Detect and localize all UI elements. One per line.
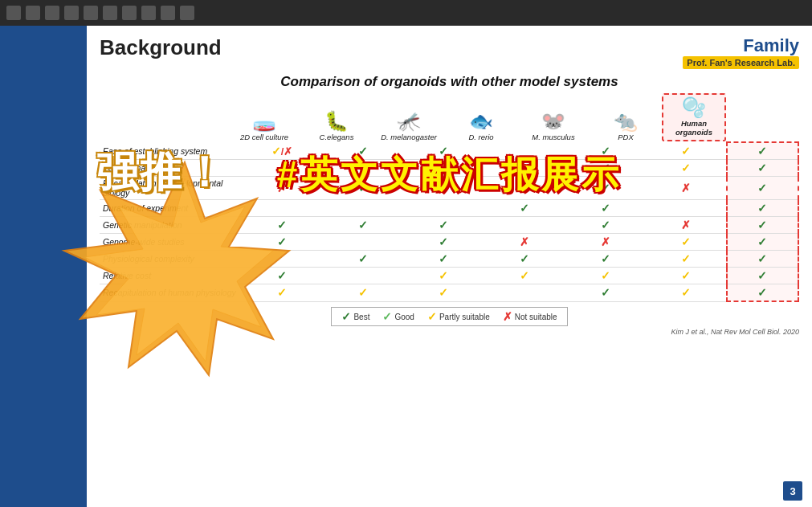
cell-5-6: ✗ xyxy=(646,217,727,234)
table-wrapper: 🧫 2D cell culture 🐛 C.elegans 🦟 D. melan… xyxy=(100,93,799,336)
animal-pdx-cell: 🐀 PDX xyxy=(590,112,662,141)
legend: ✓ Best ✓ Good ✓ Partly suitable ✗ Not su… xyxy=(331,307,567,326)
toolbar-icon-10 xyxy=(180,6,194,20)
legend-not-icon: ✗ xyxy=(503,310,512,323)
mmus-icon: 🐭 xyxy=(541,112,565,131)
toolbar-icon-6 xyxy=(103,6,117,20)
overlay-banner-text: #英文文献汇报展示 xyxy=(87,150,812,200)
cell-7-5: ✓ xyxy=(565,251,646,268)
cell-6-7: ✓ xyxy=(727,234,798,251)
cell-6-5: ✗ xyxy=(565,234,646,251)
slide-title: Background xyxy=(100,35,222,60)
cell-6-1: ✓ xyxy=(242,234,323,251)
table-row: Genome-wide studies ✓ ✓ ✗ ✗ ✓ ✓ xyxy=(100,234,798,251)
cell-5-4 xyxy=(484,217,565,234)
slide-container: Background Family Prof. Fan's Research L… xyxy=(0,26,812,507)
cell-4-4: ✓ xyxy=(484,200,565,217)
drerio-label: D. rerio xyxy=(468,133,493,141)
legend-best-label: Best xyxy=(353,313,369,321)
cell-8-2 xyxy=(322,268,403,284)
logo-lab: Prof. Fan's Research Lab. xyxy=(683,56,799,69)
toolbar-icon-3 xyxy=(45,6,59,20)
row-label-6: Genome-wide studies xyxy=(100,234,242,251)
cell-5-3: ✓ xyxy=(403,217,484,234)
row-label-5: Genetic manipulation xyxy=(100,217,242,234)
drerio-icon: 🐟 xyxy=(469,112,493,131)
toolbar-icon-9 xyxy=(161,6,175,20)
legend-partly-label: Partly suitable xyxy=(439,313,490,321)
cell-5-1: ✓ xyxy=(242,217,323,234)
legend-not: ✗ Not suitable xyxy=(503,310,557,323)
cell-9-5: ✓ xyxy=(565,284,646,302)
cell-9-6: ✓ xyxy=(646,284,727,302)
toolbar-icon-2 xyxy=(26,6,40,20)
row-label-9: Recapitulation of human physiology xyxy=(100,284,242,302)
cell-8-4: ✓ xyxy=(484,268,565,284)
citation: Kim J et al., Nat Rev Mol Cell Biol. 202… xyxy=(100,328,799,336)
toolbar-icon-7 xyxy=(122,6,137,20)
2d-label: 2D cell culture xyxy=(240,133,288,141)
blue-sidebar xyxy=(0,26,87,507)
toolbar-icon-1 xyxy=(6,6,21,20)
cell-9-3: ✓ xyxy=(403,284,484,302)
animal-header-row: 🧫 2D cell culture 🐛 C.elegans 🦟 D. melan… xyxy=(228,93,799,141)
table-row: Physiological complexity ✓ ✓ ✓ ✓ ✓ ✓ xyxy=(100,251,798,268)
celegans-label: C.elegans xyxy=(320,133,354,141)
cell-8-1: ✓ xyxy=(242,268,323,284)
cell-5-2: ✓ xyxy=(322,217,403,234)
human-icon: 🫧 xyxy=(682,98,706,117)
cell-7-6: ✓ xyxy=(646,251,727,268)
legend-not-label: Not suitable xyxy=(515,313,557,321)
row-label-4: Duration of experiment xyxy=(100,200,242,217)
logo-area: Family Prof. Fan's Research Lab. xyxy=(683,35,799,69)
legend-good: ✓ Good xyxy=(382,310,414,323)
cell-8-6: ✓ xyxy=(646,268,727,284)
table-row: Genetic manipulation ✓ ✓ ✓ ✓ ✗ ✓ xyxy=(100,217,798,234)
human-label: Human organoids xyxy=(665,119,723,137)
cell-4-3 xyxy=(403,200,484,217)
legend-best-icon: ✓ xyxy=(341,310,351,323)
cell-6-4: ✗ xyxy=(484,234,565,251)
logo-family: Family xyxy=(743,35,799,56)
cell-7-3: ✓ xyxy=(403,251,484,268)
comparison-title: Comparison of organoids with other model… xyxy=(100,74,799,90)
mmus-label: M. musculus xyxy=(532,133,574,141)
cell-4-7: ✓ xyxy=(727,200,798,217)
celegans-icon: 🐛 xyxy=(324,112,349,131)
dmel-icon: 🦟 xyxy=(397,112,421,131)
legend-good-label: Good xyxy=(394,313,414,321)
cell-9-7: ✓ xyxy=(727,284,798,302)
cell-9-2: ✓ xyxy=(322,284,403,302)
cell-7-4: ✓ xyxy=(484,251,565,268)
cell-5-7: ✓ xyxy=(727,217,798,234)
cell-4-2 xyxy=(322,200,403,217)
cell-6-6: ✓ xyxy=(646,234,727,251)
legend-partly: ✓ Partly suitable xyxy=(427,310,490,323)
animal-mmus-cell: 🐭 M. musculus xyxy=(517,112,590,141)
slide-content: Background Family Prof. Fan's Research L… xyxy=(87,26,812,507)
dmel-label: D. melanogaster xyxy=(381,133,437,141)
cell-9-1: ✓ xyxy=(242,284,323,302)
cell-7-7: ✓ xyxy=(727,251,798,268)
legend-good-icon: ✓ xyxy=(382,310,392,323)
cell-4-6 xyxy=(646,200,727,217)
pdx-label: PDX xyxy=(618,133,634,141)
row-label-7: Physiological complexity xyxy=(100,251,242,268)
cell-6-2 xyxy=(322,234,403,251)
cell-8-7: ✓ xyxy=(727,268,798,284)
cell-7-2: ✓ xyxy=(322,251,403,268)
toolbar-icon-8 xyxy=(141,6,156,20)
logo-ily: ily xyxy=(780,35,799,55)
animal-dmel-cell: 🦟 D. melanogaster xyxy=(373,112,445,141)
cell-4-1 xyxy=(242,200,323,217)
cell-7-1 xyxy=(242,251,323,268)
toolbar-icon-5 xyxy=(84,6,98,20)
toolbar-icon-4 xyxy=(64,6,79,20)
legend-best: ✓ Best xyxy=(341,310,369,323)
table-row: Recapitulation of human physiology ✓ ✓ ✓… xyxy=(100,284,798,302)
page-number: 3 xyxy=(783,481,802,501)
pdx-icon: 🐀 xyxy=(614,112,638,131)
legend-partly-icon: ✓ xyxy=(427,310,437,323)
cell-6-3: ✓ xyxy=(403,234,484,251)
cell-4-5: ✓ xyxy=(565,200,646,217)
